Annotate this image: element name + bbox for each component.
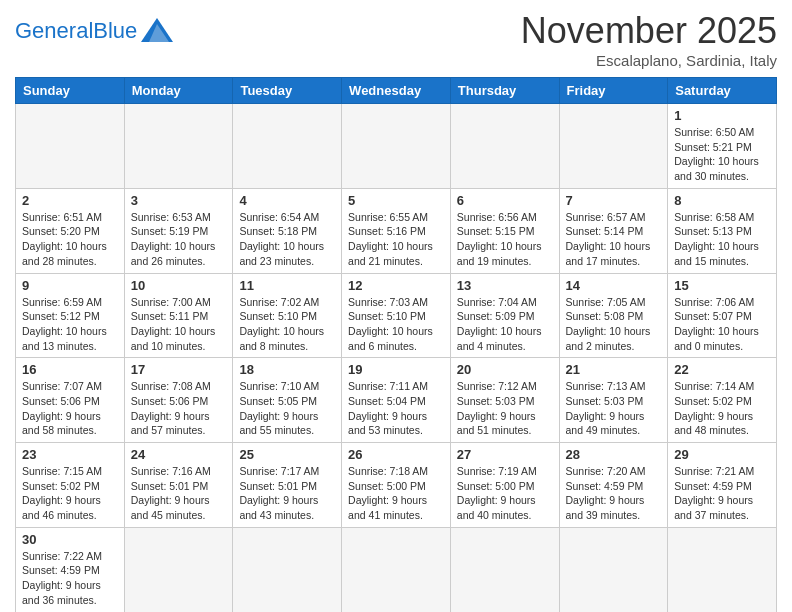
calendar-cell: 16Sunrise: 7:07 AM Sunset: 5:06 PM Dayli… bbox=[16, 358, 125, 443]
day-info: Sunrise: 7:02 AM Sunset: 5:10 PM Dayligh… bbox=[239, 295, 335, 354]
day-number: 20 bbox=[457, 362, 553, 377]
day-number: 7 bbox=[566, 193, 662, 208]
calendar-cell: 28Sunrise: 7:20 AM Sunset: 4:59 PM Dayli… bbox=[559, 443, 668, 528]
calendar-cell bbox=[559, 527, 668, 612]
day-number: 26 bbox=[348, 447, 444, 462]
day-info: Sunrise: 7:22 AM Sunset: 4:59 PM Dayligh… bbox=[22, 549, 118, 608]
calendar-cell: 13Sunrise: 7:04 AM Sunset: 5:09 PM Dayli… bbox=[450, 273, 559, 358]
day-info: Sunrise: 6:56 AM Sunset: 5:15 PM Dayligh… bbox=[457, 210, 553, 269]
day-info: Sunrise: 6:55 AM Sunset: 5:16 PM Dayligh… bbox=[348, 210, 444, 269]
calendar-cell: 20Sunrise: 7:12 AM Sunset: 5:03 PM Dayli… bbox=[450, 358, 559, 443]
day-number: 12 bbox=[348, 278, 444, 293]
day-number: 1 bbox=[674, 108, 770, 123]
calendar-cell: 2Sunrise: 6:51 AM Sunset: 5:20 PM Daylig… bbox=[16, 188, 125, 273]
calendar-cell: 24Sunrise: 7:16 AM Sunset: 5:01 PM Dayli… bbox=[124, 443, 233, 528]
calendar-cell: 5Sunrise: 6:55 AM Sunset: 5:16 PM Daylig… bbox=[342, 188, 451, 273]
day-info: Sunrise: 7:16 AM Sunset: 5:01 PM Dayligh… bbox=[131, 464, 227, 523]
day-number: 22 bbox=[674, 362, 770, 377]
day-info: Sunrise: 7:00 AM Sunset: 5:11 PM Dayligh… bbox=[131, 295, 227, 354]
day-info: Sunrise: 7:18 AM Sunset: 5:00 PM Dayligh… bbox=[348, 464, 444, 523]
day-info: Sunrise: 6:53 AM Sunset: 5:19 PM Dayligh… bbox=[131, 210, 227, 269]
calendar-cell: 18Sunrise: 7:10 AM Sunset: 5:05 PM Dayli… bbox=[233, 358, 342, 443]
calendar-cell bbox=[450, 527, 559, 612]
week-row-1: 1Sunrise: 6:50 AM Sunset: 5:21 PM Daylig… bbox=[16, 104, 777, 189]
day-number: 19 bbox=[348, 362, 444, 377]
day-info: Sunrise: 6:57 AM Sunset: 5:14 PM Dayligh… bbox=[566, 210, 662, 269]
week-row-6: 30Sunrise: 7:22 AM Sunset: 4:59 PM Dayli… bbox=[16, 527, 777, 612]
calendar-header-row: SundayMondayTuesdayWednesdayThursdayFrid… bbox=[16, 78, 777, 104]
day-info: Sunrise: 7:03 AM Sunset: 5:10 PM Dayligh… bbox=[348, 295, 444, 354]
day-of-week-tuesday: Tuesday bbox=[233, 78, 342, 104]
logo-blue: Blue bbox=[93, 18, 137, 43]
day-of-week-sunday: Sunday bbox=[16, 78, 125, 104]
calendar-cell bbox=[668, 527, 777, 612]
calendar-cell: 26Sunrise: 7:18 AM Sunset: 5:00 PM Dayli… bbox=[342, 443, 451, 528]
day-of-week-monday: Monday bbox=[124, 78, 233, 104]
calendar-cell: 11Sunrise: 7:02 AM Sunset: 5:10 PM Dayli… bbox=[233, 273, 342, 358]
day-info: Sunrise: 7:08 AM Sunset: 5:06 PM Dayligh… bbox=[131, 379, 227, 438]
day-info: Sunrise: 7:19 AM Sunset: 5:00 PM Dayligh… bbox=[457, 464, 553, 523]
day-number: 25 bbox=[239, 447, 335, 462]
calendar-cell: 22Sunrise: 7:14 AM Sunset: 5:02 PM Dayli… bbox=[668, 358, 777, 443]
day-info: Sunrise: 7:11 AM Sunset: 5:04 PM Dayligh… bbox=[348, 379, 444, 438]
calendar-cell bbox=[124, 527, 233, 612]
day-number: 9 bbox=[22, 278, 118, 293]
title-block: November 2025 Escalaplano, Sardinia, Ita… bbox=[521, 10, 777, 69]
calendar-cell bbox=[16, 104, 125, 189]
day-info: Sunrise: 7:05 AM Sunset: 5:08 PM Dayligh… bbox=[566, 295, 662, 354]
day-number: 10 bbox=[131, 278, 227, 293]
day-number: 14 bbox=[566, 278, 662, 293]
day-number: 17 bbox=[131, 362, 227, 377]
day-number: 6 bbox=[457, 193, 553, 208]
logo-text: GeneralBlue bbox=[15, 20, 137, 42]
week-row-4: 16Sunrise: 7:07 AM Sunset: 5:06 PM Dayli… bbox=[16, 358, 777, 443]
calendar-cell: 17Sunrise: 7:08 AM Sunset: 5:06 PM Dayli… bbox=[124, 358, 233, 443]
calendar-cell: 3Sunrise: 6:53 AM Sunset: 5:19 PM Daylig… bbox=[124, 188, 233, 273]
day-number: 21 bbox=[566, 362, 662, 377]
day-number: 30 bbox=[22, 532, 118, 547]
calendar-cell: 1Sunrise: 6:50 AM Sunset: 5:21 PM Daylig… bbox=[668, 104, 777, 189]
week-row-2: 2Sunrise: 6:51 AM Sunset: 5:20 PM Daylig… bbox=[16, 188, 777, 273]
day-number: 11 bbox=[239, 278, 335, 293]
day-number: 27 bbox=[457, 447, 553, 462]
calendar-cell bbox=[559, 104, 668, 189]
day-of-week-saturday: Saturday bbox=[668, 78, 777, 104]
day-number: 4 bbox=[239, 193, 335, 208]
calendar-cell: 25Sunrise: 7:17 AM Sunset: 5:01 PM Dayli… bbox=[233, 443, 342, 528]
day-info: Sunrise: 7:10 AM Sunset: 5:05 PM Dayligh… bbox=[239, 379, 335, 438]
calendar-cell bbox=[233, 104, 342, 189]
day-number: 3 bbox=[131, 193, 227, 208]
day-of-week-friday: Friday bbox=[559, 78, 668, 104]
week-row-5: 23Sunrise: 7:15 AM Sunset: 5:02 PM Dayli… bbox=[16, 443, 777, 528]
calendar-cell: 29Sunrise: 7:21 AM Sunset: 4:59 PM Dayli… bbox=[668, 443, 777, 528]
calendar-cell: 8Sunrise: 6:58 AM Sunset: 5:13 PM Daylig… bbox=[668, 188, 777, 273]
calendar: SundayMondayTuesdayWednesdayThursdayFrid… bbox=[15, 77, 777, 612]
day-info: Sunrise: 7:14 AM Sunset: 5:02 PM Dayligh… bbox=[674, 379, 770, 438]
day-of-week-wednesday: Wednesday bbox=[342, 78, 451, 104]
calendar-cell: 30Sunrise: 7:22 AM Sunset: 4:59 PM Dayli… bbox=[16, 527, 125, 612]
day-number: 18 bbox=[239, 362, 335, 377]
subtitle: Escalaplano, Sardinia, Italy bbox=[521, 52, 777, 69]
header: GeneralBlue November 2025 Escalaplano, S… bbox=[15, 10, 777, 69]
calendar-cell: 15Sunrise: 7:06 AM Sunset: 5:07 PM Dayli… bbox=[668, 273, 777, 358]
calendar-cell: 27Sunrise: 7:19 AM Sunset: 5:00 PM Dayli… bbox=[450, 443, 559, 528]
day-info: Sunrise: 7:12 AM Sunset: 5:03 PM Dayligh… bbox=[457, 379, 553, 438]
day-info: Sunrise: 6:59 AM Sunset: 5:12 PM Dayligh… bbox=[22, 295, 118, 354]
day-number: 16 bbox=[22, 362, 118, 377]
week-row-3: 9Sunrise: 6:59 AM Sunset: 5:12 PM Daylig… bbox=[16, 273, 777, 358]
day-info: Sunrise: 7:21 AM Sunset: 4:59 PM Dayligh… bbox=[674, 464, 770, 523]
calendar-cell: 9Sunrise: 6:59 AM Sunset: 5:12 PM Daylig… bbox=[16, 273, 125, 358]
day-info: Sunrise: 7:06 AM Sunset: 5:07 PM Dayligh… bbox=[674, 295, 770, 354]
calendar-cell: 10Sunrise: 7:00 AM Sunset: 5:11 PM Dayli… bbox=[124, 273, 233, 358]
calendar-cell: 23Sunrise: 7:15 AM Sunset: 5:02 PM Dayli… bbox=[16, 443, 125, 528]
day-info: Sunrise: 6:54 AM Sunset: 5:18 PM Dayligh… bbox=[239, 210, 335, 269]
calendar-cell bbox=[342, 527, 451, 612]
day-info: Sunrise: 7:07 AM Sunset: 5:06 PM Dayligh… bbox=[22, 379, 118, 438]
day-info: Sunrise: 7:20 AM Sunset: 4:59 PM Dayligh… bbox=[566, 464, 662, 523]
calendar-cell: 14Sunrise: 7:05 AM Sunset: 5:08 PM Dayli… bbox=[559, 273, 668, 358]
day-info: Sunrise: 6:51 AM Sunset: 5:20 PM Dayligh… bbox=[22, 210, 118, 269]
day-number: 15 bbox=[674, 278, 770, 293]
day-info: Sunrise: 7:15 AM Sunset: 5:02 PM Dayligh… bbox=[22, 464, 118, 523]
day-number: 2 bbox=[22, 193, 118, 208]
day-number: 13 bbox=[457, 278, 553, 293]
